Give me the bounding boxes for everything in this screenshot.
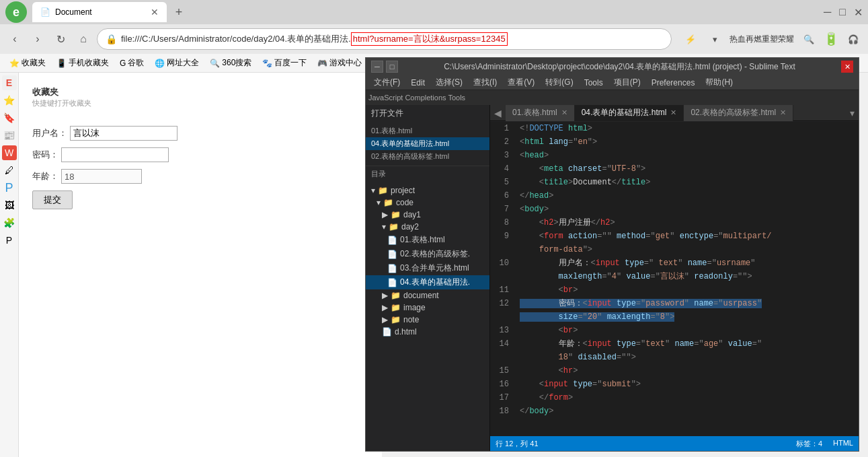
browser-tab[interactable]: 📄 Document ✕ (32, 2, 167, 22)
editor-tab-01[interactable]: 01.表格.html ✕ (506, 105, 575, 121)
bookmark-item-360[interactable]: 🔍 360搜索 (206, 56, 255, 70)
tree-file-03[interactable]: 📄 03.合并单元格.html (366, 261, 489, 275)
open-files-label: 打开文件 (371, 108, 403, 118)
file-icon: 📄 (382, 327, 392, 337)
folder-icon: 📁 (391, 291, 401, 300)
forward-button[interactable]: › (28, 30, 47, 48)
file-tree-open-files: 01.表格.html 04.表单的基础用法.html 02.表格的高级标签.ht… (366, 122, 489, 166)
open-file-04[interactable]: 04.表单的基础用法.html (366, 137, 489, 150)
menu-view[interactable]: 查看(V) (502, 75, 540, 90)
sidebar-icon-10[interactable]: P (2, 233, 17, 248)
menu-edit[interactable]: Edit (405, 75, 430, 90)
tab-close-02[interactable]: ✕ (780, 108, 786, 117)
tree-d-html[interactable]: 📄 d.html (366, 326, 489, 338)
sidebar-icon-8[interactable]: 🖼 (2, 198, 17, 213)
tree-file-04[interactable]: 📄 04.表单的基础用法. (366, 275, 489, 289)
sidebar-icon-6[interactable]: 🖊 (2, 163, 17, 178)
tab-close-01[interactable]: ✕ (561, 108, 567, 117)
status-position: 行 12，列 41 (496, 439, 539, 449)
tree-item-label: code (396, 198, 413, 207)
bookmark-item-mobile[interactable]: 📱 手机收藏夹 (52, 56, 113, 70)
tree-item-label: image (403, 303, 426, 312)
username-row: 用户名： (32, 126, 368, 141)
line-numbers: 1 2 3 4 5 6 7 8 9 10 11 12 (490, 122, 514, 436)
open-file-02[interactable]: 02.表格的高级标签.html (371, 150, 484, 163)
game-icon: 🎮 (317, 59, 327, 68)
submit-button[interactable]: 提交 (32, 190, 73, 209)
search-button[interactable]: 🔍 (799, 30, 818, 48)
age-input[interactable] (61, 169, 142, 184)
tab-label-02: 02.表格的高级标签.html (691, 107, 776, 118)
menu-goto[interactable]: 转到(G) (540, 75, 578, 90)
address-bar-container[interactable]: 🔒 file:///C:/Users/Administrator/code/da… (97, 28, 672, 50)
bookmark-label: 百度一下 (274, 57, 307, 69)
headphone-icon: 🎧 (844, 30, 863, 48)
bookmark-item-google[interactable]: G 谷歌 (116, 56, 148, 70)
age-row: 年龄： (32, 169, 368, 184)
refresh-button[interactable]: ↻ (51, 30, 70, 48)
password-row: 密码： (32, 147, 368, 162)
tab-label-04: 04.表单的基础用法.html (582, 107, 667, 118)
folder-arrow: ▶ (382, 303, 388, 312)
tree-code[interactable]: ▾ 📁 code (366, 197, 489, 209)
file-icon: 📄 (387, 236, 397, 245)
menu-preferences[interactable]: Preferences (646, 75, 701, 90)
tree-project[interactable]: ▾ 📁 project (366, 184, 489, 197)
tree-image[interactable]: ▶ 📁 image (366, 302, 489, 314)
tab-favicon: 📄 (40, 7, 50, 17)
tree-document[interactable]: ▶ 📁 document (366, 289, 489, 302)
lightning-button[interactable]: ⚡ (681, 30, 700, 48)
sidebar-icon-7[interactable]: P (2, 180, 17, 195)
home-button[interactable]: ⌂ (74, 30, 93, 48)
back-button[interactable]: ‹ (5, 30, 24, 48)
editor-tab-04[interactable]: 04.表单的基础用法.html ✕ (575, 105, 684, 121)
tab-close-button[interactable]: ✕ (151, 7, 159, 17)
tree-file-01[interactable]: 📄 01.表格.html (366, 233, 489, 247)
tree-item-label: day2 (401, 222, 419, 232)
sidebar-icon-2[interactable]: ⭐ (2, 93, 17, 108)
sidebar-icon-9[interactable]: 🧩 (2, 215, 17, 230)
menu-tools[interactable]: Tools (579, 75, 608, 90)
tree-note[interactable]: ▶ 📁 note (366, 314, 489, 326)
menu-select[interactable]: 选择(S) (430, 75, 468, 90)
editor-window: ─ □ C:\Users\Administrator\Desktop\proje… (365, 73, 859, 452)
sidebar-icon-1[interactable]: E (2, 75, 17, 90)
sidebar-icon-5[interactable]: W (2, 145, 17, 160)
open-file-01[interactable]: 01.表格.html (371, 125, 484, 137)
tree-day2[interactable]: ▾ 📁 day2 (366, 221, 489, 233)
weather-text: 热血再燃重塑荣耀 (729, 34, 794, 45)
bookmark-item-sites[interactable]: 🌐 网址大全 (151, 56, 203, 70)
sidebar-icon-4[interactable]: 📰 (2, 128, 17, 143)
bookmark-item-star[interactable]: ⭐ 收藏夹 (5, 56, 50, 70)
bookmark-item-games[interactable]: 🎮 游戏中心 (313, 56, 366, 70)
menu-file[interactable]: 文件(F) (368, 75, 405, 90)
tree-file-02[interactable]: 📄 02.表格的高级标签. (366, 247, 489, 261)
menu-help[interactable]: 帮助(H) (700, 75, 738, 90)
tabs-end-button[interactable]: ▾ (846, 108, 859, 118)
bookmark-item-baidu[interactable]: 🐾 百度一下 (258, 56, 311, 70)
editor-file-sidebar: 01.表格.html 04.表单的基础用法.html 02.表格的高级标签.ht… (366, 122, 490, 451)
tree-day1[interactable]: ▶ 📁 day1 (366, 209, 489, 221)
menu-project[interactable]: 项目(P) (608, 75, 646, 90)
webpage-content: 收藏夹 快捷键打开收藏夹 用户名： 密码： 年龄： 提交 (19, 73, 382, 457)
form-submit-section: 提交 (32, 190, 368, 209)
password-input[interactable] (61, 147, 169, 162)
dropdown-button[interactable]: ▾ (705, 30, 724, 48)
menu-find[interactable]: 查找(I) (468, 75, 502, 90)
status-right: 标签：4 HTML (796, 439, 853, 449)
sidebar-icon-3[interactable]: 🔖 (2, 110, 17, 125)
code-content[interactable]: <!DOCTYPE html> <html lang="en"> <head> … (514, 122, 859, 436)
minimize-button[interactable]: ─ (824, 6, 831, 19)
close-button[interactable]: ✕ (854, 6, 863, 19)
tabs-prev-button[interactable]: ◀ (490, 105, 506, 121)
folder-arrow: ▾ (382, 222, 386, 232)
code-area[interactable]: 1 2 3 4 5 6 7 8 9 10 11 12 (490, 122, 859, 436)
editor-statusbar: 行 12，列 41 标签：4 HTML (490, 436, 859, 451)
editor-tab-02[interactable]: 02.表格的高级标签.html ✕ (684, 105, 793, 121)
new-tab-button[interactable]: + (169, 3, 188, 22)
username-input[interactable] (70, 126, 177, 141)
maximize-button[interactable]: □ (839, 6, 846, 19)
bookmark-label: 谷歌 (128, 57, 144, 69)
tab-close-04[interactable]: ✕ (670, 108, 676, 117)
battery-icon: 🔋 (824, 32, 838, 46)
